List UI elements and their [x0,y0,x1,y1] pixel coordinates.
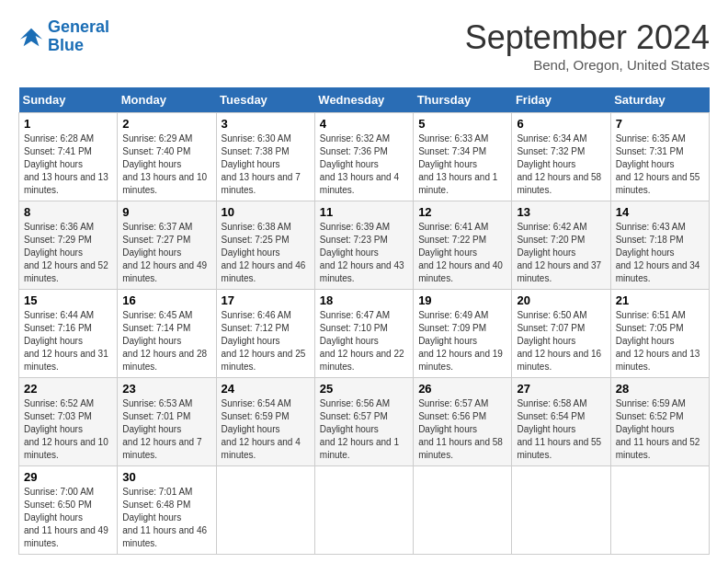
calendar-cell: 4 Sunrise: 6:32 AM Sunset: 7:36 PM Dayli… [314,113,413,201]
day-info: Sunrise: 6:34 AM Sunset: 7:32 PM Dayligh… [517,132,605,197]
location-subtitle: Bend, Oregon, United States [465,57,710,73]
day-info: Sunrise: 6:59 AM Sunset: 6:52 PM Dayligh… [616,397,704,462]
day-info: Sunrise: 6:47 AM Sunset: 7:10 PM Dayligh… [320,309,408,373]
day-number: 18 [320,293,408,307]
page-header: General Blue September 2024 Bend, Oregon… [18,18,710,73]
day-header-tuesday: Tuesday [216,87,314,113]
logo: General Blue [18,18,109,55]
calendar-cell [512,466,610,555]
day-number: 16 [122,293,210,307]
calendar-cell: 10 Sunrise: 6:38 AM Sunset: 7:25 PM Dayl… [216,201,314,290]
calendar-cell: 1 Sunrise: 6:28 AM Sunset: 7:41 PM Dayli… [19,113,118,201]
day-number: 26 [418,382,506,396]
day-header-wednesday: Wednesday [314,87,413,113]
calendar-cell: 11 Sunrise: 6:39 AM Sunset: 7:23 PM Dayl… [314,201,413,290]
calendar-cell: 22 Sunrise: 6:52 AM Sunset: 7:03 PM Dayl… [19,378,118,466]
calendar-cell [610,466,709,555]
day-number: 15 [24,293,112,307]
day-info: Sunrise: 6:42 AM Sunset: 7:20 PM Dayligh… [517,221,605,285]
day-number: 1 [24,117,112,131]
day-number: 30 [122,470,210,484]
calendar-cell: 5 Sunrise: 6:33 AM Sunset: 7:34 PM Dayli… [414,113,512,201]
calendar-cell: 16 Sunrise: 6:45 AM Sunset: 7:14 PM Dayl… [118,290,216,378]
calendar-cell: 25 Sunrise: 6:56 AM Sunset: 6:57 PM Dayl… [314,378,413,466]
day-info: Sunrise: 6:50 AM Sunset: 7:07 PM Dayligh… [517,309,605,373]
day-info: Sunrise: 7:01 AM Sunset: 6:48 PM Dayligh… [122,486,210,550]
calendar-cell: 9 Sunrise: 6:37 AM Sunset: 7:27 PM Dayli… [118,201,216,290]
day-number: 5 [418,117,506,131]
day-info: Sunrise: 6:32 AM Sunset: 7:36 PM Dayligh… [320,132,408,197]
day-info: Sunrise: 6:30 AM Sunset: 7:38 PM Dayligh… [222,132,310,197]
day-info: Sunrise: 6:53 AM Sunset: 7:01 PM Dayligh… [122,397,210,462]
calendar-cell: 21 Sunrise: 6:51 AM Sunset: 7:05 PM Dayl… [610,290,709,378]
day-number: 10 [222,205,310,219]
day-header-thursday: Thursday [414,87,512,113]
day-info: Sunrise: 6:33 AM Sunset: 7:34 PM Dayligh… [418,132,506,197]
day-info: Sunrise: 6:29 AM Sunset: 7:40 PM Dayligh… [122,132,210,197]
calendar-cell: 17 Sunrise: 6:46 AM Sunset: 7:12 PM Dayl… [216,290,314,378]
logo-text: General Blue [48,18,109,55]
day-number: 22 [24,382,112,396]
day-info: Sunrise: 6:35 AM Sunset: 7:31 PM Dayligh… [616,132,704,197]
calendar-cell [414,466,512,555]
calendar-cell: 30 Sunrise: 7:01 AM Sunset: 6:48 PM Dayl… [118,466,216,555]
day-info: Sunrise: 6:51 AM Sunset: 7:05 PM Dayligh… [616,309,704,373]
day-number: 21 [616,293,704,307]
day-info: Sunrise: 6:56 AM Sunset: 6:57 PM Dayligh… [320,397,408,462]
day-number: 8 [24,205,112,219]
calendar-cell [216,466,314,555]
day-number: 19 [418,293,506,307]
calendar-cell: 28 Sunrise: 6:59 AM Sunset: 6:52 PM Dayl… [610,378,709,466]
day-number: 20 [517,293,605,307]
calendar-cell: 6 Sunrise: 6:34 AM Sunset: 7:32 PM Dayli… [512,113,610,201]
calendar-table: SundayMondayTuesdayWednesdayThursdayFrid… [18,87,710,555]
day-number: 3 [222,117,310,131]
calendar-cell: 20 Sunrise: 6:50 AM Sunset: 7:07 PM Dayl… [512,290,610,378]
day-info: Sunrise: 6:52 AM Sunset: 7:03 PM Dayligh… [24,397,112,462]
svg-marker-0 [20,28,42,46]
day-number: 4 [320,117,408,131]
day-info: Sunrise: 6:39 AM Sunset: 7:23 PM Dayligh… [320,221,408,285]
day-number: 27 [517,382,605,396]
day-info: Sunrise: 6:36 AM Sunset: 7:29 PM Dayligh… [24,221,112,285]
calendar-cell [314,466,413,555]
day-header-monday: Monday [118,87,216,113]
month-title: September 2024 [465,18,710,57]
day-info: Sunrise: 6:41 AM Sunset: 7:22 PM Dayligh… [418,221,506,285]
day-number: 14 [616,205,704,219]
logo-line2: Blue [48,36,84,54]
day-info: Sunrise: 6:37 AM Sunset: 7:27 PM Dayligh… [122,221,210,285]
day-info: Sunrise: 6:43 AM Sunset: 7:18 PM Dayligh… [616,221,704,285]
day-number: 2 [122,117,210,131]
day-info: Sunrise: 6:44 AM Sunset: 7:16 PM Dayligh… [24,309,112,373]
calendar-cell: 7 Sunrise: 6:35 AM Sunset: 7:31 PM Dayli… [610,113,709,201]
day-info: Sunrise: 6:57 AM Sunset: 6:56 PM Dayligh… [418,397,506,462]
logo-line1: General [48,17,109,36]
day-header-saturday: Saturday [610,87,709,113]
day-number: 24 [222,382,310,396]
day-number: 12 [418,205,506,219]
calendar-cell: 14 Sunrise: 6:43 AM Sunset: 7:18 PM Dayl… [610,201,709,290]
day-info: Sunrise: 6:54 AM Sunset: 6:59 PM Dayligh… [222,397,310,462]
calendar-cell: 24 Sunrise: 6:54 AM Sunset: 6:59 PM Dayl… [216,378,314,466]
day-info: Sunrise: 6:46 AM Sunset: 7:12 PM Dayligh… [222,309,310,373]
day-info: Sunrise: 6:38 AM Sunset: 7:25 PM Dayligh… [222,221,310,285]
day-number: 28 [616,382,704,396]
calendar-cell: 19 Sunrise: 6:49 AM Sunset: 7:09 PM Dayl… [414,290,512,378]
day-number: 9 [122,205,210,219]
calendar-cell: 13 Sunrise: 6:42 AM Sunset: 7:20 PM Dayl… [512,201,610,290]
day-number: 29 [24,470,112,484]
logo-bird-icon [18,24,44,50]
calendar-cell: 29 Sunrise: 7:00 AM Sunset: 6:50 PM Dayl… [19,466,118,555]
calendar-cell: 26 Sunrise: 6:57 AM Sunset: 6:56 PM Dayl… [414,378,512,466]
day-info: Sunrise: 6:45 AM Sunset: 7:14 PM Dayligh… [122,309,210,373]
day-number: 17 [222,293,310,307]
calendar-cell: 2 Sunrise: 6:29 AM Sunset: 7:40 PM Dayli… [118,113,216,201]
day-number: 6 [517,117,605,131]
day-number: 23 [122,382,210,396]
day-info: Sunrise: 6:49 AM Sunset: 7:09 PM Dayligh… [418,309,506,373]
day-number: 25 [320,382,408,396]
day-number: 13 [517,205,605,219]
calendar-cell: 27 Sunrise: 6:58 AM Sunset: 6:54 PM Dayl… [512,378,610,466]
day-header-friday: Friday [512,87,610,113]
